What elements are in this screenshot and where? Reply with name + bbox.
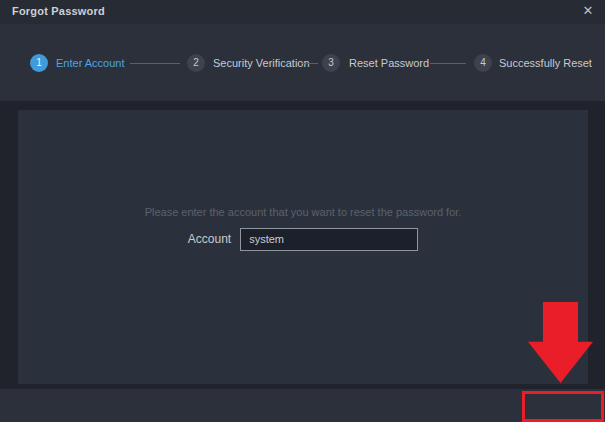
- step-4-circle: 4: [474, 54, 492, 72]
- account-input[interactable]: [240, 228, 418, 251]
- wizard-steps-bar: 1 Enter Account 2 Security Verification …: [0, 24, 605, 101]
- step-connector: [430, 63, 466, 64]
- step-2-label: Security Verification: [213, 57, 310, 69]
- title-bar: Forgot Password ✕: [0, 0, 605, 24]
- step-connector: [302, 63, 318, 64]
- step-4-label: Successfully Reset: [499, 57, 592, 69]
- forgot-password-dialog: Forgot Password ✕ 1 Enter Account 2 Secu…: [0, 0, 605, 422]
- account-row: Account: [18, 227, 588, 251]
- step-connector: [130, 63, 180, 64]
- step-1-label: Enter Account: [56, 57, 125, 69]
- instruction-text: Please enter the account that you want t…: [18, 206, 588, 218]
- step-2-circle: 2: [187, 54, 205, 72]
- step-3-label: Reset Password: [349, 57, 429, 69]
- step-1-circle: 1: [30, 54, 48, 72]
- footer-bar: Next Step: [0, 389, 605, 422]
- account-label: Account: [188, 232, 231, 246]
- close-icon[interactable]: ✕: [580, 3, 596, 19]
- dialog-title: Forgot Password: [12, 5, 105, 17]
- step-3-circle: 3: [322, 54, 340, 72]
- content-panel: Please enter the account that you want t…: [18, 110, 588, 384]
